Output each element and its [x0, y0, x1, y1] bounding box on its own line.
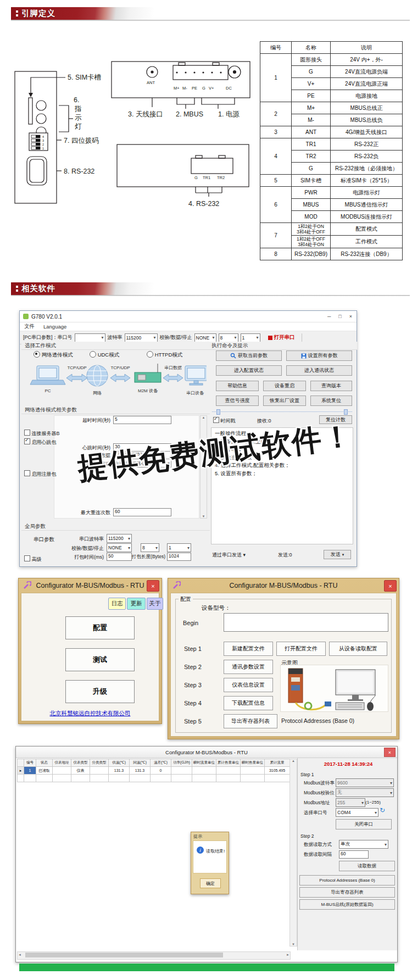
open-config-button[interactable]: 打开配置文件 [276, 642, 326, 656]
download-config-button[interactable]: 下载配置信息 [224, 696, 273, 710]
splitter-handle[interactable] [216, 409, 220, 415]
parity-select[interactable]: NONE [194, 333, 216, 342]
dip-number: 3 [42, 139, 44, 142]
register-checkbox[interactable]: 启用注册包 [24, 470, 57, 478]
g780-titlebar[interactable]: G780 V2.0.1 ─ □ × [20, 311, 357, 322]
export-registers-button[interactable]: 导出寄存器列表 [224, 714, 277, 728]
menu-language[interactable]: Language [43, 324, 66, 330]
set-all-params-button[interactable]: 设置所有参数 [286, 350, 352, 361]
page: 引脚定义 [0, 0, 412, 980]
g-parity-select[interactable]: NONE [107, 543, 132, 552]
model-label: 设备型号： [202, 604, 231, 612]
configurator-b-titlebar[interactable]: Configurator M-BUS/Modbus - RTU × [168, 578, 399, 593]
grid-vertical-scrollbar[interactable]: ▲▼ [289, 759, 297, 946]
test-button[interactable]: 测试 [65, 648, 135, 671]
g-stopbits-select[interactable]: 1 [167, 543, 191, 552]
scroll-left-arrow-icon[interactable]: ◄ [18, 953, 21, 956]
open-port-button[interactable]: 打开串口 [268, 334, 295, 341]
dialog-titlebar[interactable]: 提示 [191, 832, 229, 840]
send-via-dropdown[interactable]: 通过串口发送 ▾ [212, 552, 246, 559]
table-row: 1圆形接头24V 内+，外- [260, 54, 403, 66]
read-data-button[interactable]: 读取数据 [339, 861, 395, 871]
grid-data-row[interactable]: ▸ 1 已读取 仪表 131.3131.3 0 3105.495 [18, 767, 290, 775]
query-version-button[interactable]: 查询版本 [310, 381, 352, 391]
timestamp-checkbox[interactable]: 时间戳 [213, 417, 236, 425]
export-registers-button[interactable]: 导出寄存器列表 [299, 887, 395, 898]
scroll-thumb[interactable] [25, 953, 223, 957]
get-params-button[interactable]: 获取当前参数 [216, 350, 282, 361]
meter-data-grid[interactable]: 编号状态 仪表地址仪表类型 分类类型供温(℃) 回温(℃)温差(℃) 功率(GJ… [17, 759, 290, 782]
minimize-button[interactable]: ─ [327, 314, 331, 319]
grid-empty-row[interactable] [18, 775, 290, 782]
close-button[interactable]: × [384, 580, 397, 592]
company-link[interactable]: 北京科慧铭远自控技术有限公司 [21, 710, 159, 717]
databits-select[interactable]: 8 [219, 333, 238, 342]
system-reset-button[interactable]: 系统复位 [310, 396, 352, 406]
about-button[interactable]: 关于 [147, 598, 163, 610]
work-mode-group-label: 选择工作模式 [21, 342, 210, 350]
banner-rule [11, 295, 410, 296]
radio-udc-mode[interactable]: UDC模式 [90, 351, 119, 359]
upgrade-button[interactable]: 升级 [65, 680, 135, 703]
update-button[interactable]: 更新 [127, 598, 146, 610]
step-label: Step 5 [184, 718, 202, 725]
menu-file[interactable]: 文件 [24, 323, 35, 330]
close-button[interactable]: × [349, 314, 352, 319]
pack-len-input[interactable]: 1024 [167, 553, 191, 561]
configure-button[interactable]: 配置 [65, 616, 135, 639]
enter-comm-button[interactable]: 进入通讯状态 [286, 365, 352, 376]
model-input[interactable] [224, 613, 388, 632]
stopbits-select[interactable]: 1 [241, 333, 260, 342]
factory-reset-button[interactable]: 恢复出厂设置 [263, 396, 306, 406]
g-baud-select[interactable]: 115200 [107, 534, 132, 543]
interval-input[interactable]: 60 [339, 850, 369, 859]
mbus-raw-button[interactable]: M-BUS总线(原始数据返回) [299, 899, 395, 910]
dip-number: 2 [42, 143, 44, 146]
close-button[interactable]: × [384, 748, 396, 757]
com-select[interactable]: COM4 [336, 808, 378, 817]
configurator-a-titlebar[interactable]: Configurator M-BUS/Modbus - RTU × [19, 578, 162, 593]
query-signal-button[interactable]: 查信号强度 [216, 396, 259, 406]
ok-button[interactable]: 确定 [200, 878, 221, 888]
scroll-right-arrow-icon[interactable]: ► [286, 953, 289, 956]
enter-config-button[interactable]: 进入配置状态 [216, 365, 282, 376]
radio-httpd-mode[interactable]: HTTPD模式 [147, 351, 182, 359]
server-b-checkbox[interactable]: 连接服务器B [24, 430, 60, 437]
help-button[interactable]: 帮助信息 [216, 381, 259, 391]
com-port-select[interactable] [75, 333, 105, 342]
protocol-addresses-button[interactable]: Protocol Addresses (Base 0) [299, 875, 395, 886]
new-config-button[interactable]: 新建配置文件 [224, 642, 273, 656]
grid-horizontal-scrollbar[interactable]: ◄ ► [17, 951, 291, 960]
close-button[interactable]: × [147, 580, 159, 592]
modbus-parity-select[interactable]: 无 [336, 788, 394, 797]
radio-net-transparent[interactable]: 网络透传模式 [34, 351, 73, 359]
arrow-double-icon [110, 374, 130, 382]
log-button[interactable]: 日志 [108, 598, 126, 610]
main-window-titlebar[interactable]: Configurator M-BUS/Modbus - RTU × [16, 747, 397, 758]
device-restart-button[interactable]: 设备重启 [263, 381, 306, 391]
splitter-handle[interactable] [344, 409, 348, 415]
comm-params-button[interactable]: 通讯参数设置 [224, 660, 273, 674]
read-from-device-button[interactable]: 从设备读取配置 [329, 642, 387, 656]
meter-info-button[interactable]: 仪表信息设置 [224, 678, 273, 692]
close-port-button[interactable]: 关闭串口 [336, 819, 392, 829]
refresh-icon[interactable]: ↻ [380, 806, 385, 814]
rs232-terminal-block [191, 158, 233, 174]
read-mode-select[interactable]: 单次 [339, 840, 388, 849]
baud-select[interactable]: 115200 [125, 333, 158, 342]
arrow-double-icon [163, 374, 183, 382]
node-label: PC [44, 388, 51, 393]
heartbeat-checkbox[interactable]: 启用心跳包 [24, 438, 57, 446]
advanced-checkbox[interactable]: 高级 [24, 555, 42, 563]
send-button[interactable]: 发送 ▾ [324, 550, 351, 559]
pack-time-input[interactable]: 50 [107, 553, 132, 561]
col-header: 编号 [260, 42, 292, 54]
splitter-track[interactable] [212, 411, 352, 412]
port-label: [PC串口参数]：串口号 [23, 334, 73, 341]
modbus-baud-select[interactable]: 9600 [336, 778, 394, 787]
modbus-addr-input[interactable]: 255 [336, 798, 365, 807]
reconnect-input[interactable]: 60 [113, 508, 171, 516]
maximize-button[interactable]: □ [338, 314, 341, 319]
timeout-input[interactable]: 5 [113, 416, 171, 424]
g-databits-select[interactable]: 8 [141, 543, 159, 552]
